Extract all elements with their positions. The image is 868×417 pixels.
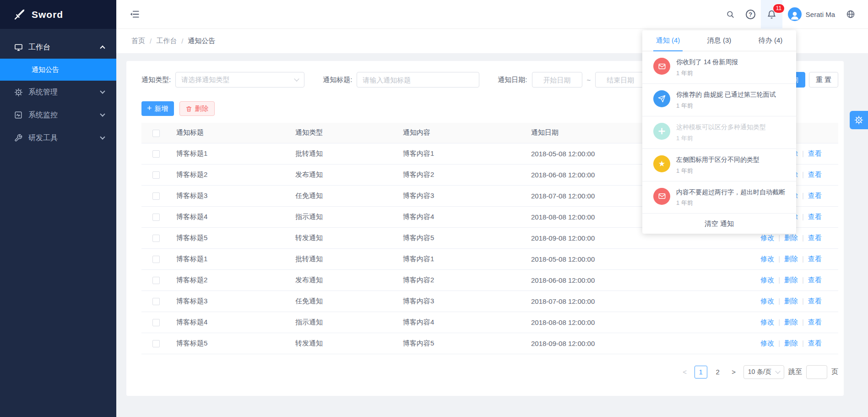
page-unit-label: 页 [831,368,838,376]
table-row: 博客标题4 指示通知 博客内容4 2018-08-08 12:00:00 修改|… [141,312,838,333]
user-menu[interactable]: Serati Ma [782,0,841,29]
row-checkbox[interactable] [152,235,160,242]
tab-notices[interactable]: 通知 (4) [642,30,694,51]
logo-title: Sword [32,9,63,20]
notice-title-input[interactable] [357,72,479,88]
notification-item[interactable]: 你收到了 14 份新周报 1 年前 [642,51,796,84]
reset-button[interactable]: 重 置 [809,72,838,88]
row-checkbox[interactable] [152,192,160,200]
view-link[interactable]: 查看 [808,234,822,241]
tab-todos[interactable]: 待办 (4) [745,30,796,51]
monitor-chart-icon [14,110,23,120]
clear-notifications-button[interactable]: 清空 通知 [642,214,796,234]
sidebar-item-system-monitor[interactable]: 系统监控 [0,104,116,126]
edit-link[interactable]: 修改 [760,255,774,263]
star-icon: ★ [653,155,670,172]
row-checkbox[interactable] [152,277,160,284]
batch-delete-button[interactable]: 删除 [179,101,215,116]
delete-link[interactable]: 删除 [784,255,798,263]
notification-item[interactable]: 你推荐的 曲妮妮 已通过第三轮面试 1 年前 [642,84,796,116]
notice-title-label: 通知标题: [323,76,352,84]
delete-link[interactable]: 删除 [784,339,798,347]
chevron-up-icon [100,45,105,50]
sidebar-item-label: 研发工具 [28,133,58,143]
breadcrumb-workbench[interactable]: 工作台 [156,37,177,45]
view-link[interactable]: 查看 [808,170,822,178]
notification-time: 1 年前 [676,102,776,110]
row-checkbox[interactable] [152,214,160,221]
view-link[interactable]: 查看 [808,297,822,305]
view-link[interactable]: 查看 [808,255,822,263]
collapse-sidebar-icon[interactable] [130,0,145,29]
notification-item[interactable]: ★ 左侧图标用于区分不同的类型 1 年前 [642,149,796,181]
edit-link[interactable]: 修改 [760,339,774,347]
notification-item[interactable]: + 这种模板可以区分多种通知类型 1 年前 [642,116,796,149]
notification-text: 内容不要超过两行字，超出时自动截断 [676,188,785,197]
jump-to-input[interactable] [806,365,827,379]
chevron-down-icon [294,76,299,81]
settings-button[interactable] [850,111,868,129]
delete-link[interactable]: 删除 [784,276,798,284]
notification-time: 1 年前 [676,199,785,207]
add-button[interactable]: + 新增 [141,101,174,116]
edit-link[interactable]: 修改 [760,276,774,284]
view-link[interactable]: 查看 [808,149,822,157]
next-page-button[interactable]: > [728,366,739,379]
edit-link[interactable]: 修改 [760,234,774,241]
notification-text: 你推荐的 曲妮妮 已通过第三轮面试 [676,90,776,99]
view-link[interactable]: 查看 [808,276,822,284]
view-link[interactable]: 查看 [808,213,822,220]
edit-link[interactable]: 修改 [760,297,774,305]
end-date-input[interactable] [595,72,646,88]
notifications-bell[interactable]: 11 [761,0,782,29]
start-date-input[interactable] [532,72,582,88]
page-number-1[interactable]: 1 [694,366,707,379]
notification-text: 这种模板可以区分多种通知类型 [676,123,766,132]
breadcrumb-home[interactable]: 首页 [131,37,145,45]
logo[interactable]: Sword [0,0,116,29]
sidebar-item-notice[interactable]: 通知公告 [0,59,116,81]
notice-type-select[interactable]: 请选择通知类型 [175,72,304,88]
mail-icon [653,58,670,75]
view-link[interactable]: 查看 [808,318,822,326]
search-icon[interactable] [721,0,740,29]
jump-to-label: 跳至 [788,368,802,376]
chevron-down-icon [100,88,105,93]
delete-link[interactable]: 删除 [784,297,798,305]
select-all-checkbox[interactable] [152,130,160,137]
language-globe-icon[interactable] [841,0,861,29]
row-checkbox[interactable] [152,298,160,305]
sidebar-item-system-management[interactable]: 系统管理 [0,81,116,104]
sidebar-item-workbench[interactable]: 工作台 [0,36,116,59]
row-checkbox[interactable] [152,150,160,158]
view-link[interactable]: 查看 [808,339,822,347]
sidebar-item-dev-tools[interactable]: 研发工具 [0,126,116,149]
page-size-select[interactable]: 10 条/页 [743,365,784,379]
prev-page-button[interactable]: < [679,366,690,379]
notification-item[interactable]: 内容不要超过两行字，超出时自动截断 1 年前 [642,181,796,214]
mail-icon [653,188,670,205]
row-checkbox[interactable] [152,340,160,347]
edit-link[interactable]: 修改 [760,318,774,326]
avatar [788,7,802,21]
row-checkbox[interactable] [152,256,160,263]
notification-time: 1 年前 [676,134,766,143]
sidebar-item-label: 系统管理 [28,88,58,97]
paper-plane-icon [653,90,670,107]
tab-messages[interactable]: 消息 (3) [694,30,745,51]
desktop-icon [14,43,23,52]
notification-dropdown: 通知 (4) 消息 (3) 待办 (4) 你收到了 14 份新周报 1 年前 [642,30,796,234]
help-icon[interactable]: ? [740,0,761,29]
view-link[interactable]: 查看 [808,192,822,199]
row-checkbox[interactable] [152,319,160,326]
delete-link[interactable]: 删除 [784,318,798,326]
delete-link[interactable]: 删除 [784,234,798,241]
pagination: < 1 2 > 10 条/页 跳至 页 [141,365,838,379]
table-row: 博客标题5 转发通知 博客内容5 2018-09-08 12:00:00 修改|… [141,333,838,354]
breadcrumb-separator: / [181,37,183,45]
sidebar-item-label: 系统监控 [28,110,58,120]
page-number-2[interactable]: 2 [711,366,724,379]
notification-badge: 11 [773,4,784,13]
notification-text: 你收到了 14 份新周报 [676,58,738,66]
row-checkbox[interactable] [152,171,160,179]
